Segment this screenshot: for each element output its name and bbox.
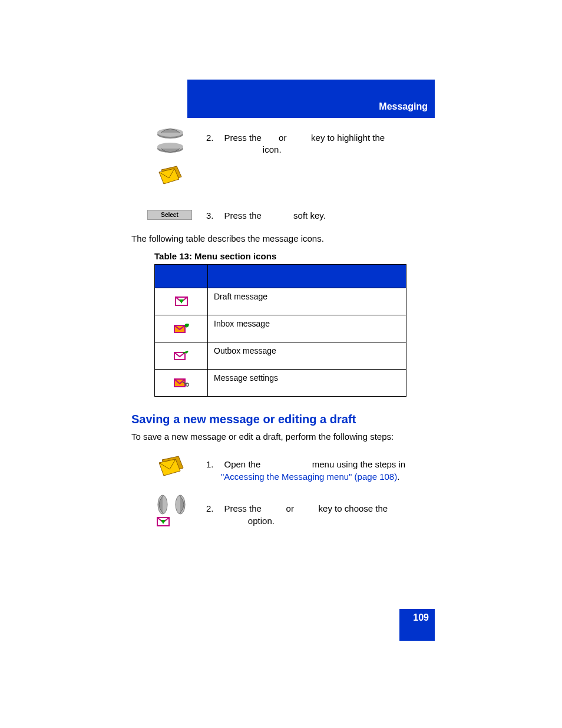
step-3-number: 3. [206, 210, 217, 220]
table-row: Inbox message [155, 315, 406, 342]
step-2-number: 2. [206, 132, 217, 144]
lower-step-1-fragment-a: Open the [224, 459, 261, 469]
lower-step-1-link[interactable]: "Accessing the Messaging menu" (page 108… [221, 472, 397, 482]
step-2-fragment-c: key to highlight the [311, 133, 385, 143]
menu-icons-table: Draft message Inbox message [154, 264, 406, 397]
inbox-message-desc: Inbox message [208, 315, 406, 342]
message-settings-desc: Message settings [208, 370, 406, 397]
draft-message-icon [175, 297, 188, 307]
messaging-envelope-icon [155, 454, 187, 480]
page-number-value: 109 [413, 612, 429, 622]
nav-up-icon [156, 124, 184, 139]
nav-key-and-message-icon-group [147, 124, 193, 187]
nav-left-right-and-draft-icon-group [151, 493, 192, 528]
table-row: Draft message [155, 288, 406, 315]
draft-message-icon [157, 517, 170, 528]
outbox-message-desc: Outbox message [208, 342, 406, 370]
lower-step-1-text: 1. Open the menu using the steps in "Acc… [206, 458, 418, 483]
messaging-envelope-icon [156, 164, 185, 187]
inbox-message-icon [174, 324, 189, 334]
inbox-message-icon-cell [155, 315, 208, 342]
nav-left-right-icon [151, 493, 192, 516]
draft-message-icon-cell [155, 288, 208, 315]
table-row: Message settings [155, 370, 406, 397]
select-softkey-label: Select [161, 212, 178, 218]
page-header-title: Messaging [379, 101, 428, 112]
section-intro: To save a new message or edit a draft, p… [131, 431, 394, 442]
page-header-bar: Messaging [187, 80, 435, 118]
outbox-message-icon [174, 351, 189, 361]
lower-step-2-number: 2. [206, 502, 217, 515]
step-3-text: 3. Press the soft key. [206, 210, 326, 220]
lower-step-1-number: 1. [206, 458, 217, 470]
outbox-message-icon-cell [155, 342, 208, 370]
table-header-icon [155, 265, 208, 288]
step-3-fragment-b: soft key. [293, 210, 326, 220]
table-header-desc [208, 265, 406, 288]
messaging-menu-icon [154, 454, 187, 480]
lower-step-2-fragment-c: key to choose the [319, 503, 388, 513]
step-2-fragment-d: icon. [263, 144, 282, 154]
lower-step-2-fragment-d: option. [248, 516, 275, 526]
lower-step-2-fragment-a: Press the [224, 503, 262, 513]
page-number: 109 [399, 609, 435, 641]
table-header-row [155, 265, 406, 288]
step-2-fragment-b: or [279, 133, 286, 143]
message-settings-icon [174, 377, 189, 389]
nav-down-icon [156, 143, 184, 158]
lower-step-1-tail: . [397, 472, 399, 482]
step-2-fragment-a: Press the [224, 133, 262, 143]
select-softkey-button[interactable]: Select [147, 210, 192, 220]
draft-message-desc: Draft message [208, 288, 406, 315]
step-3-fragment-a: Press the [224, 210, 262, 220]
table-row: Outbox message [155, 342, 406, 370]
table-intro-text: The following table describes the messag… [131, 233, 324, 243]
step-2-text: 2. Press the or key to highlight the ico… [206, 132, 385, 156]
section-heading: Saving a new message or editing a draft [131, 413, 356, 426]
message-settings-icon-cell [155, 370, 208, 397]
lower-step-1-fragment-b: menu using the steps in [312, 459, 405, 469]
lower-step-2-text: 2. Press the or key to choose the option… [206, 502, 418, 527]
table-caption: Table 13: Menu section icons [154, 251, 276, 261]
lower-step-2-fragment-b: or [286, 503, 294, 513]
